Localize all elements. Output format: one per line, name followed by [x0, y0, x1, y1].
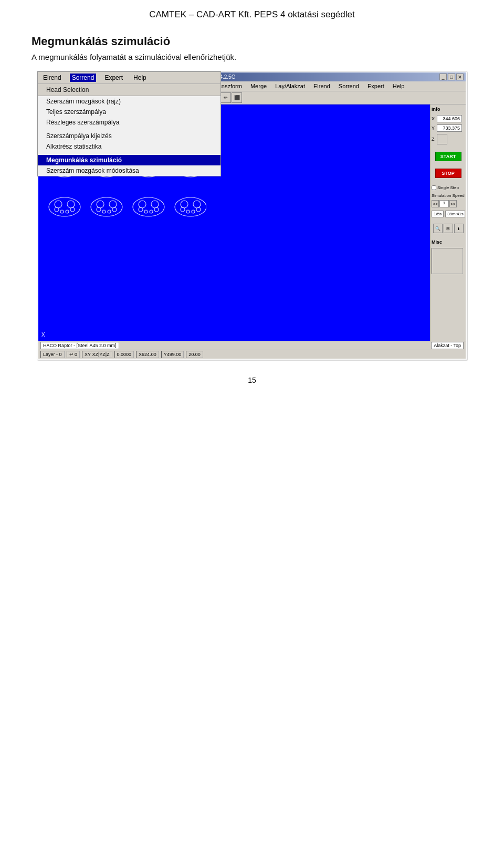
menu-expert[interactable]: Expert — [102, 74, 125, 82]
panel-spacer-2 — [432, 164, 465, 165]
svg-point-58 — [67, 201, 75, 208]
panel-icon-row: 🔍 ⊞ ℹ — [432, 224, 465, 233]
menu-item-highlighted[interactable]: Megmunkálás szimuláció — [38, 155, 220, 165]
svg-point-66 — [97, 207, 101, 212]
x-value-row: X 344.606 — [432, 115, 465, 122]
z-val: 0.0000 — [114, 351, 134, 358]
svg-point-75 — [144, 210, 148, 213]
stop-button[interactable]: STOP — [435, 169, 461, 178]
y-value-row: Y 733.375 — [432, 124, 465, 132]
info-label: Info — [432, 107, 465, 112]
panel-spacer-4 — [432, 219, 465, 222]
page-header: CAMTEK – CAD-ART Kft. PEPS 4 oktatási se… — [0, 0, 504, 25]
svg-point-63 — [91, 197, 122, 216]
svg-point-62 — [66, 210, 69, 213]
svg-point-78 — [181, 201, 188, 208]
menu-help[interactable]: Help — [131, 74, 149, 82]
misc-area — [432, 248, 463, 274]
svg-point-80 — [181, 207, 185, 212]
toolbar-btn-16[interactable]: ✏ — [220, 92, 231, 103]
svg-point-65 — [109, 201, 117, 208]
section-title: Megmunkálás szimuláció — [32, 35, 504, 48]
single-step-row: Single Step — [432, 185, 465, 190]
svg-point-77 — [175, 197, 206, 216]
start-button[interactable]: START — [435, 152, 461, 161]
page-number: 15 — [0, 376, 504, 384]
svg-point-60 — [70, 207, 75, 212]
minimize-btn[interactable]: _ — [439, 74, 447, 80]
svg-point-67 — [112, 207, 117, 212]
layer-item: Layer - 0 — [40, 351, 65, 358]
panel-spacer-1 — [432, 147, 465, 149]
dropdown-menu: Elrend Sorrend Expert Help Head Selectio… — [37, 71, 221, 176]
menu-item-last[interactable]: Szerszám mozgások módosítása — [38, 165, 220, 176]
x-label: X — [432, 116, 436, 121]
app-menu-expert[interactable]: Expert — [365, 82, 386, 90]
maximize-btn[interactable]: □ — [448, 74, 455, 80]
svg-point-68 — [102, 210, 106, 213]
panel-grid-icon[interactable]: ⊞ — [444, 224, 453, 233]
view-status: Alakzat - Top — [431, 342, 464, 349]
panel-info-icon[interactable]: ℹ — [454, 224, 464, 233]
svg-point-59 — [55, 207, 59, 212]
y499-item: Y499.00 — [161, 351, 184, 358]
head-selection-label: Head Selection — [38, 84, 220, 96]
svg-point-74 — [154, 207, 159, 212]
menu-item-2[interactable]: Teljes szerszámpálya — [38, 107, 220, 117]
speed-right-btn[interactable]: >> — [449, 200, 457, 207]
app-menu-merge[interactable]: Merge — [248, 82, 269, 90]
close-btn[interactable]: ✕ — [456, 74, 464, 80]
z-icon — [437, 134, 447, 144]
time-row: 1/5s 39m:41s — [432, 211, 465, 217]
app-menu-help[interactable]: Help — [391, 82, 407, 90]
app-menu-lay[interactable]: Lay/Alakzat — [273, 82, 307, 90]
svg-point-81 — [196, 207, 201, 212]
svg-point-69 — [108, 210, 111, 213]
menu-sorrend[interactable]: Sorrend — [70, 74, 97, 82]
coords-item: ↩ 0 — [67, 351, 80, 358]
machine-status: HACO Raptor - [Steel A45 2.0 mm] — [40, 342, 119, 349]
svg-point-83 — [192, 210, 195, 213]
title-bar-buttons: _ □ ✕ — [439, 74, 464, 80]
app-menu-elrend[interactable]: Elrend — [311, 82, 332, 90]
xy-item: XY XZ|YZ|Z — [82, 351, 112, 358]
svg-point-56 — [49, 197, 80, 216]
app-menu-sorrend[interactable]: Sorrend — [337, 82, 361, 90]
svg-point-82 — [186, 210, 190, 213]
toolbar-btn-17[interactable]: ⬛ — [232, 92, 242, 103]
single-step-label: Single Step — [437, 185, 459, 190]
svg-point-64 — [97, 201, 104, 208]
screenshot-container: Elrend Sorrend Expert Help Head Selectio… — [37, 71, 467, 360]
svg-point-61 — [60, 210, 64, 213]
speed-left-btn[interactable]: << — [432, 200, 439, 207]
svg-point-79 — [193, 201, 201, 208]
menu-item-1[interactable]: Szerszám mozgások (rajz) — [38, 96, 220, 107]
y-value: 733.375 — [437, 124, 462, 132]
panel-spacer-3 — [432, 181, 465, 183]
menu-item-4[interactable]: Szerszámpálya kijelzés — [38, 131, 220, 141]
menu-bar: Elrend Sorrend Expert Help — [38, 72, 220, 84]
menu-elrend[interactable]: Elrend — [41, 74, 64, 82]
remaining-value: 39m:41s — [445, 211, 465, 217]
menu-item-5[interactable]: Alkatrész statisztika — [38, 141, 220, 152]
panel-search-icon[interactable]: 🔍 — [433, 224, 443, 233]
x624-item: X624.00 — [136, 351, 159, 358]
z-label: Z — [432, 137, 436, 142]
status-bar: HACO Raptor - [Steel A45 2.0 mm] Alakzat… — [38, 341, 466, 350]
svg-point-76 — [150, 210, 153, 213]
svg-point-71 — [139, 201, 146, 208]
speed-value: 1 — [439, 200, 449, 207]
section-desc: A megmunkálás folyamatát a szimulációval… — [32, 53, 504, 61]
sim-speed-label: Simulation Speed — [432, 193, 465, 198]
x-axis-label: X — [41, 332, 45, 338]
svg-point-57 — [55, 201, 62, 208]
speed-control: << 1 >> — [432, 200, 465, 207]
time-value: 1/5s — [432, 211, 444, 217]
x-value: 344.606 — [437, 115, 462, 122]
menu-item-3[interactable]: Részleges szerszámpálya — [38, 117, 220, 128]
panel-spacer-5 — [432, 235, 465, 237]
svg-point-70 — [133, 197, 164, 216]
single-step-checkbox[interactable] — [432, 185, 436, 190]
y-label: Y — [432, 126, 436, 131]
z-value-row: Z — [432, 134, 465, 144]
